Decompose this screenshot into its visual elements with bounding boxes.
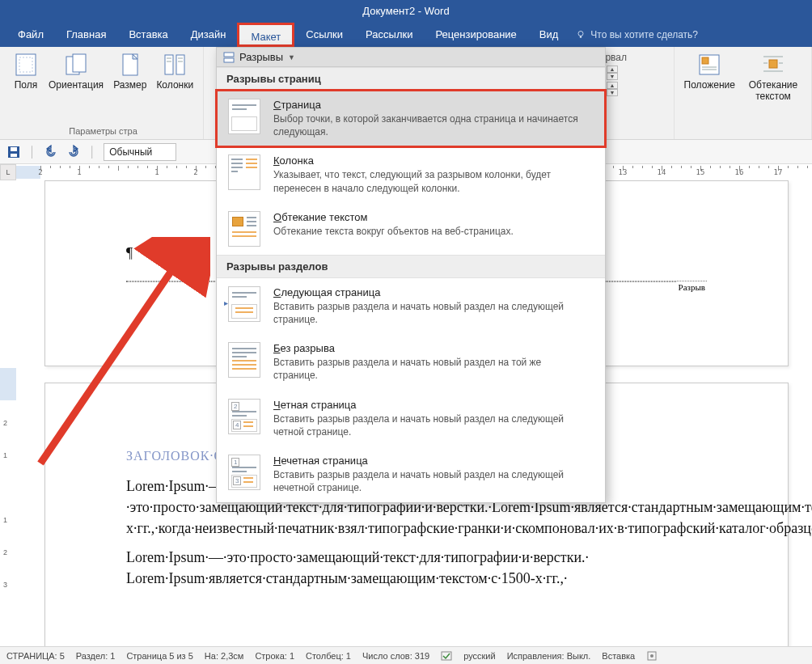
status-words[interactable]: Число слов: 319 [362,651,429,661]
spinner-icon[interactable]: ▲▼ [607,82,618,96]
tab-mailings[interactable]: Рассылки [354,23,424,47]
ribbon-group-arrange: Положение Обтекание текстом [675,47,812,139]
spinner-icon[interactable]: ▲▼ [607,66,618,80]
save-icon[interactable] [6,145,21,159]
title-bar: Документ2 - Word [0,0,812,23]
tab-view[interactable]: Вид [528,23,570,47]
status-track-changes[interactable]: Исправления: Выкл. [507,651,591,661]
page-break-label: Разрыв [677,281,707,294]
tab-selector[interactable]: L [0,164,16,180]
svg-rect-29 [224,53,234,57]
orientation-icon [63,52,89,78]
svg-rect-5 [73,54,86,72]
ribbon-group-page-setup: Поля Ориентация Размер Колонки Параметры… [0,47,204,139]
tab-layout[interactable]: Макет [237,23,294,47]
columns-icon [162,52,188,78]
ribbon-tabs: Файл Главная Вставка Дизайн Макет Ссылки… [0,23,812,47]
breaks-icon [223,52,235,63]
undo-icon[interactable] [44,145,58,159]
svg-point-28 [650,654,653,658]
next-page-thumb-icon: ▸ [228,286,260,322]
size-icon [117,52,143,78]
breaks-item-column[interactable]: Колонка Указывает, что текст, следующий … [217,146,605,202]
status-page-of[interactable]: Страница 5 из 5 [126,651,192,661]
breaks-section-sections: Разрывы разделов [217,255,605,278]
svg-rect-17 [769,60,777,68]
wrap-text-icon [760,52,786,78]
breaks-item-text-wrapping[interactable]: Обтекание текстом Обтекание текста вокру… [217,203,605,255]
redo-icon[interactable] [66,145,81,159]
breaks-section-pages: Разрывы страниц [217,67,605,91]
odd-page-thumb-icon: 1 3 [228,455,260,490]
tab-review[interactable]: Рецензирование [424,23,527,47]
svg-rect-23 [11,147,17,151]
orientation-button[interactable]: Ориентация [44,50,108,92]
tab-file[interactable]: Файл [6,23,55,47]
tab-home[interactable]: Главная [55,23,117,47]
status-line[interactable]: Строка: 1 [255,651,294,661]
breaks-button[interactable]: Разрывы ▼ [217,48,605,67]
breaks-item-continuous[interactable]: Без разрыва Вставить разрыв раздела и на… [217,334,605,390]
text-wrap-thumb-icon [228,211,260,247]
status-at[interactable]: На: 2,3см [205,651,244,661]
status-page[interactable]: СТРАНИЦА: 5 [6,651,65,661]
svg-point-0 [578,32,583,36]
status-section[interactable]: Раздел: 1 [76,651,116,661]
spellcheck-icon[interactable] [441,650,452,662]
position-icon [696,52,722,78]
margins-icon [13,52,39,78]
breaks-dropdown: Разрывы ▼ Разрывы страниц Страница Выбор… [216,47,606,503]
vertical-ruler[interactable]: 2 1 1 2 3 [0,180,16,646]
svg-rect-14 [702,57,708,64]
style-selector[interactable]: Обычный [104,143,176,161]
svg-rect-26 [442,652,451,660]
paragraph-2: Lorem·Ipsum·—·это·просто·замещающий·текс… [126,547,707,589]
wrap-text-button[interactable]: Обтекание текстом [740,50,806,104]
macro-icon[interactable] [646,650,658,662]
svg-rect-1 [580,36,582,38]
lightbulb-icon [576,30,586,40]
status-column[interactable]: Столбец: 1 [306,651,351,661]
svg-rect-30 [224,58,234,62]
breaks-item-even-page[interactable]: 2 4 Четная страница Вставить разрыв разд… [217,391,605,446]
even-page-thumb-icon: 2 4 [228,399,260,434]
breaks-item-odd-page[interactable]: 1 3 Нечетная страница Вставить разрыв ра… [217,446,605,502]
status-language[interactable]: русский [463,651,495,661]
tell-me-search[interactable]: Что вы хотите сделать? [576,29,698,40]
breaks-item-next-page[interactable]: ▸ Следующая страница Вставить разрыв раз… [217,278,605,334]
margins-button[interactable]: Поля [8,50,44,92]
tab-insert[interactable]: Вставка [117,23,179,47]
tab-design[interactable]: Дизайн [180,23,238,47]
continuous-thumb-icon [228,342,260,378]
size-button[interactable]: Размер [108,50,151,92]
status-bar: СТРАНИЦА: 5 Раздел: 1 Страница 5 из 5 На… [0,646,812,664]
page-setup-group-label: Параметры стра [69,126,137,137]
column-break-thumb-icon [228,154,260,190]
svg-rect-24 [11,154,17,157]
columns-button[interactable]: Колонки [151,50,198,92]
position-button[interactable]: Положение [679,50,740,104]
breaks-item-page[interactable]: Страница Выбор точки, в которой заканчив… [217,91,605,146]
window-title: Документ2 - Word [362,5,449,17]
tab-references[interactable]: Ссылки [294,23,354,47]
status-insert-mode[interactable]: Вставка [602,651,635,661]
chevron-down-icon: ▼ [288,53,295,61]
page-break-thumb-icon [228,99,260,134]
